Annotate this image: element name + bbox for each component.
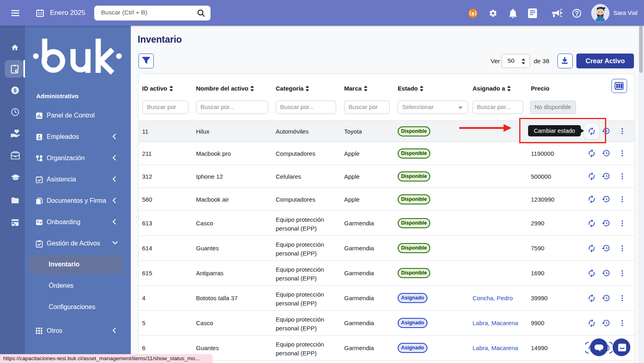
svg-text:$: $ <box>14 87 17 93</box>
